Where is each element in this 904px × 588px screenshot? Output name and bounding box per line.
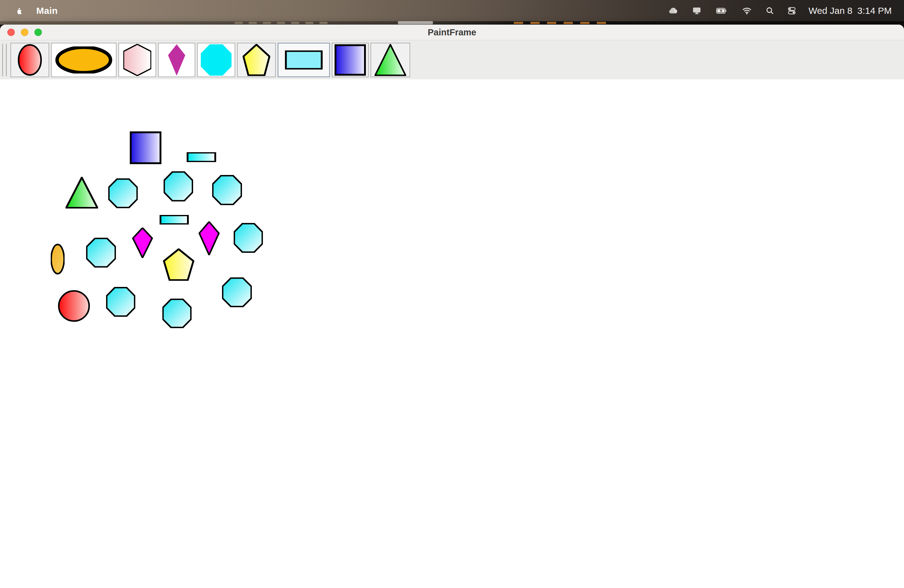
wallpaper-artifact <box>514 22 612 24</box>
tool-outlined-oval-shape-icon <box>52 43 116 77</box>
minimize-button[interactable] <box>21 28 28 36</box>
tool-rectangle-shape-icon <box>278 43 329 77</box>
status-icons <box>666 5 797 17</box>
clock-time: 3:14 PM <box>857 6 892 16</box>
tool-octagon-button[interactable] <box>197 43 235 77</box>
window-traffic-lights <box>7 25 42 40</box>
canvas-shape-triangle[interactable] <box>65 177 98 209</box>
toolbar-buttons <box>11 43 410 77</box>
zoom-button[interactable] <box>35 28 42 36</box>
canvas-shape-ellipse[interactable] <box>58 290 90 322</box>
tool-kite-button[interactable] <box>158 43 195 77</box>
apple-menu-icon[interactable] <box>14 6 24 16</box>
canvas-shape-rect[interactable] <box>186 152 216 162</box>
tool-octagon-shape-icon <box>198 43 235 77</box>
paint-canvas[interactable] <box>0 79 904 588</box>
menu-item-main[interactable]: Main <box>36 6 58 16</box>
tool-pentagon-shape-icon <box>238 43 275 77</box>
canvas-shape-octagon[interactable] <box>164 171 193 201</box>
window-title-bar[interactable]: PaintFrame <box>0 25 904 40</box>
canvas-shape-octagon[interactable] <box>212 175 242 205</box>
wallpaper-artifact <box>235 22 330 24</box>
menu-bar: Main Wed Jan 8 3:14 PM <box>0 0 904 21</box>
tool-gradient-oval-button[interactable] <box>11 43 49 77</box>
canvas-shape-octagon[interactable] <box>86 238 116 267</box>
clock-date: Wed Jan 8 <box>808 6 852 16</box>
paintframe-window: PaintFrame <box>0 25 904 588</box>
tool-gradient-square-shape-icon <box>332 43 368 77</box>
canvas-shape-rect[interactable] <box>160 215 189 224</box>
tool-outlined-oval-button[interactable] <box>51 43 117 77</box>
canvas-shape-rect[interactable] <box>130 131 161 164</box>
tool-hexagon-shape-icon <box>119 43 156 77</box>
canvas-shape-kite[interactable] <box>131 228 154 258</box>
search-icon[interactable] <box>765 5 775 17</box>
tool-hexagon-button[interactable] <box>119 43 156 77</box>
tool-rectangle-button[interactable] <box>278 43 330 77</box>
control-center-icon[interactable] <box>786 5 797 17</box>
tool-triangle-shape-icon <box>371 43 409 77</box>
canvas-shape-ellipse[interactable] <box>51 243 65 275</box>
desktop-screen: Main Wed Jan 8 3:14 PM PaintFrame <box>0 0 904 588</box>
canvas-shape-octagon[interactable] <box>222 277 252 307</box>
canvas-shape-pentagon[interactable] <box>163 248 194 281</box>
tool-gradient-square-button[interactable] <box>332 43 369 77</box>
wallpaper-artifact <box>398 21 433 24</box>
wifi-icon[interactable] <box>740 5 754 17</box>
tool-pentagon-button[interactable] <box>237 43 276 77</box>
canvas-shape-octagon[interactable] <box>106 287 135 317</box>
canvas-shape-octagon[interactable] <box>234 223 263 253</box>
menu-bar-clock[interactable]: Wed Jan 8 3:14 PM <box>808 6 892 16</box>
shape-toolbar <box>0 40 904 80</box>
cloud-icon[interactable] <box>666 5 680 17</box>
toolbar-drag-grip[interactable] <box>2 44 7 76</box>
desktop-wallpaper-strip <box>0 21 904 25</box>
close-button[interactable] <box>7 28 15 36</box>
menu-bar-status-area: Wed Jan 8 3:14 PM <box>666 5 904 17</box>
canvas-shape-octagon[interactable] <box>162 299 191 328</box>
canvas-shape-octagon[interactable] <box>108 179 138 208</box>
tool-triangle-button[interactable] <box>370 43 410 77</box>
tool-kite-shape-icon <box>159 43 194 77</box>
battery-charging-icon[interactable] <box>714 5 729 17</box>
window-title: PaintFrame <box>428 27 476 38</box>
screen-mirroring-icon[interactable] <box>691 5 703 17</box>
canvas-shape-kite[interactable] <box>198 221 220 255</box>
tool-gradient-oval-shape-icon <box>11 43 49 77</box>
